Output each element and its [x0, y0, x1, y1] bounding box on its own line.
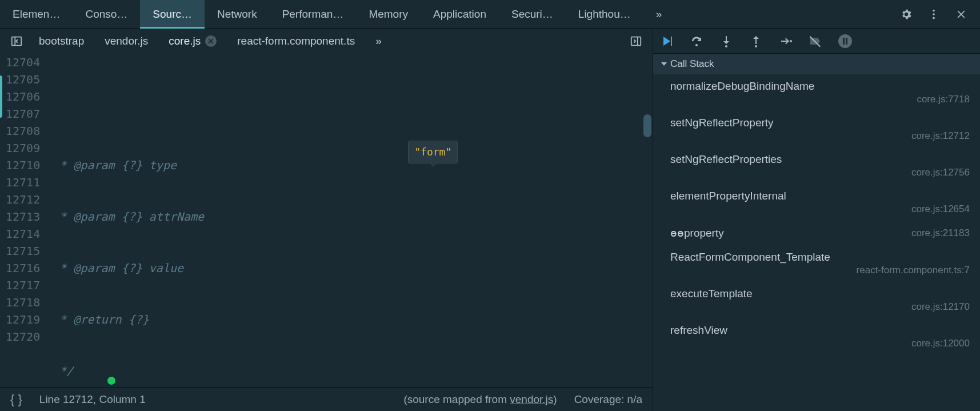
callstack-frame[interactable]: refreshViewcore.js:12000	[653, 318, 980, 355]
svg-point-11	[790, 40, 792, 42]
line-number[interactable]: 12714	[6, 225, 40, 242]
debugger-panel: Call Stack normalizeDebugBindingNamecore…	[653, 29, 980, 411]
pretty-print-icon[interactable]: { }	[10, 392, 22, 407]
file-tab-bootstrap[interactable]: bootstrap	[29, 29, 94, 54]
tab-network[interactable]: Network	[205, 0, 270, 29]
tab-security[interactable]: Securi…	[499, 0, 566, 29]
frame-location[interactable]: core.js:12170	[911, 301, 970, 313]
callstack-list: normalizeDebugBindingNamecore.js:7718set…	[653, 74, 980, 411]
resume-icon[interactable]	[660, 34, 674, 48]
tab-application[interactable]: Application	[421, 0, 499, 29]
svg-point-0	[933, 9, 935, 11]
mapped-file-link[interactable]: vendor.js	[510, 393, 553, 405]
close-icon[interactable]	[955, 8, 967, 21]
pause-icon[interactable]	[838, 34, 852, 48]
navigator-toggle-icon[interactable]	[5, 29, 29, 54]
callstack-title: Call Stack	[670, 58, 714, 70]
line-gutter[interactable]: 12704 12705 12706 12707 12708 12709 1271…	[0, 54, 50, 387]
tab-elements[interactable]: Elemen…	[0, 0, 73, 29]
tab-lighthouse[interactable]: Lighthou…	[566, 0, 643, 29]
line-number[interactable]: 12719	[6, 311, 40, 328]
breakpoint-indicator	[0, 75, 2, 118]
line-number[interactable]: 12710	[6, 157, 40, 174]
tab-memory[interactable]: Memory	[356, 0, 421, 29]
svg-point-9	[725, 45, 727, 47]
svg-rect-7	[671, 37, 672, 46]
callstack-header[interactable]: Call Stack	[653, 54, 980, 74]
line-number[interactable]: 12711	[6, 174, 40, 191]
callstack-frame[interactable]: setNgReflectPropertiescore.js:12756	[653, 147, 980, 184]
callstack-frame[interactable]: ReactFormComponent_Templatereact-form.co…	[653, 245, 980, 282]
code-area[interactable]: "form" * @param {?} type * @param {?} at…	[50, 54, 653, 387]
frame-name: elementPropertyInternal	[670, 190, 970, 202]
scrollbar-thumb[interactable]	[643, 114, 651, 137]
file-tab-overflow[interactable]: »	[365, 29, 392, 54]
line-number[interactable]: 12720	[6, 328, 40, 345]
code-editor[interactable]: 12704 12705 12706 12707 12708 12709 1271…	[0, 54, 653, 387]
line-number[interactable]: 12708	[6, 122, 40, 139]
svg-point-2	[933, 17, 935, 19]
line-number[interactable]: 12704	[6, 54, 40, 71]
frame-name: refreshView	[670, 324, 970, 337]
line-number[interactable]: 12706	[6, 88, 40, 105]
tab-performance[interactable]: Performan…	[270, 0, 357, 29]
file-tab-react-form[interactable]: react-form.component.ts	[227, 29, 365, 54]
chevron-down-icon	[661, 62, 667, 66]
debugger-toolbar	[653, 29, 980, 54]
tab-sources[interactable]: Sourc…	[140, 0, 205, 29]
line-number[interactable]: 12705	[6, 71, 40, 88]
line-number[interactable]: 12707	[6, 105, 40, 122]
kebab-menu-icon[interactable]	[927, 8, 940, 21]
frame-location[interactable]: core.js:12712	[911, 130, 970, 142]
callstack-frame[interactable]: normalizeDebugBindingNamecore.js:7718	[653, 74, 980, 111]
tab-console[interactable]: Conso…	[73, 0, 140, 29]
line-number[interactable]: 12716	[6, 260, 40, 277]
frame-location[interactable]: core.js:12756	[911, 167, 970, 178]
step-out-icon[interactable]	[749, 34, 763, 48]
line-number[interactable]: 12717	[6, 277, 40, 294]
source-mapped-info: (source mapped from vendor.js)	[163, 393, 557, 406]
svg-point-1	[933, 13, 935, 15]
deactivate-breakpoints-icon[interactable]	[809, 34, 822, 48]
line-number[interactable]: 12709	[6, 139, 40, 157]
line-number[interactable]: 12718	[6, 294, 40, 311]
cursor-position: Line 12712, Column 1	[39, 393, 146, 406]
frame-location[interactable]: core.js:12000	[911, 338, 970, 349]
callstack-frame[interactable]: elementPropertyInternalcore.js:12654	[653, 184, 980, 221]
sources-panel: bootstrap vendor.js core.js ✕ react-form…	[0, 29, 653, 411]
callstack-frame[interactable]: executeTemplatecore.js:12170	[653, 282, 980, 318]
frame-name: setNgReflectProperty	[670, 117, 970, 129]
more-tabs-icon[interactable]	[624, 29, 648, 54]
close-tab-icon[interactable]: ✕	[205, 35, 217, 47]
value-tooltip: "form"	[408, 141, 458, 163]
coverage-info: Coverage: n/a	[574, 393, 642, 406]
svg-point-8	[695, 44, 698, 46]
frame-location[interactable]: core.js:7718	[917, 94, 970, 105]
devtools-top-tabs: Elemen… Conso… Sourc… Network Performan……	[0, 0, 980, 29]
file-tabs: bootstrap vendor.js core.js ✕ react-form…	[0, 29, 653, 54]
frame-name: executeTemplate	[670, 288, 970, 300]
file-tab-label: core.js	[169, 35, 201, 47]
callstack-frame[interactable]: ɵɵpropertycore.js:21183	[653, 221, 980, 245]
file-tab-core[interactable]: core.js ✕	[158, 29, 227, 54]
svg-point-10	[755, 45, 757, 47]
status-bar: { } Line 12712, Column 1 (source mapped …	[0, 387, 653, 411]
frame-location[interactable]: core.js:12654	[911, 203, 970, 215]
frame-name: ɵɵproperty	[670, 226, 724, 240]
file-tab-vendor[interactable]: vendor.js	[94, 29, 158, 54]
frame-name: ReactFormComponent_Template	[670, 251, 970, 264]
line-number[interactable]: 12713	[6, 208, 40, 225]
step-into-icon[interactable]	[719, 34, 733, 48]
tab-overflow[interactable]: »	[643, 0, 675, 29]
line-number[interactable]: 12715	[6, 242, 40, 260]
frame-name: setNgReflectProperties	[670, 153, 970, 166]
frame-location[interactable]: react-form.component.ts:7	[857, 265, 970, 276]
gear-icon[interactable]	[900, 8, 913, 21]
step-icon[interactable]	[779, 34, 793, 48]
frame-name: normalizeDebugBindingName	[670, 80, 970, 93]
line-number[interactable]: 12712	[6, 191, 40, 208]
step-over-icon[interactable]	[690, 34, 703, 48]
frame-location[interactable]: core.js:21183	[911, 228, 970, 239]
callstack-frame[interactable]: setNgReflectPropertycore.js:12712	[653, 111, 980, 147]
